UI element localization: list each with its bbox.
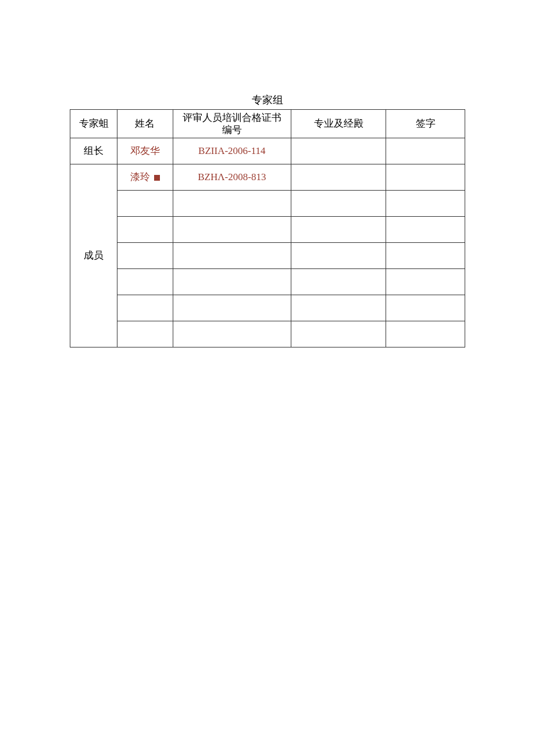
table-row [70,217,465,243]
table-row [70,269,465,295]
cell-sign [386,295,465,321]
cell-domain [291,295,386,321]
cell-sign [386,269,465,295]
cell-domain [291,191,386,217]
cell-cert [173,243,291,269]
cell-name [117,243,173,269]
header-role: 专家蛆 [70,110,117,138]
cell-sign [386,243,465,269]
cell-domain [291,269,386,295]
table-row [70,191,465,217]
table-row [70,295,465,321]
cell-domain [291,321,386,347]
role-member: 成员 [70,164,117,347]
cell-sign [386,321,465,347]
page: 专家组 专家蛆 姓名 评审人员培训合格证书 编号 专业及经殿 签字 组长 邓友华… [0,0,535,347]
expert-table: 专家蛆 姓名 评审人员培训合格证书 编号 专业及经殿 签字 组长 邓友华 BZI… [70,109,465,347]
header-sign: 签字 [386,110,465,138]
cell-cert: BZIIA-2006-114 [173,138,291,164]
cell-domain [291,164,386,191]
cell-name-text: 漆玲 [130,171,150,182]
table-row [70,243,465,269]
table-header-row: 专家蛆 姓名 评审人员培训合格证书 编号 专业及经殿 签字 [70,110,465,138]
cell-name [117,191,173,217]
header-name: 姓名 [117,110,173,138]
cell-cert [173,321,291,347]
cell-name: 邓友华 [117,138,173,164]
redacted-marker-icon [154,175,160,181]
cell-sign [386,138,465,164]
header-domain: 专业及经殿 [291,110,386,138]
cell-cert: BZHΛ-2008-813 [173,164,291,191]
header-cert: 评审人员培训合格证书 编号 [173,110,291,138]
cell-domain [291,217,386,243]
cell-cert [173,217,291,243]
cell-cert [173,269,291,295]
cell-name [117,269,173,295]
cell-name [117,321,173,347]
cell-cert [173,295,291,321]
cell-name: 漆玲 [117,164,173,191]
cell-name [117,295,173,321]
table-row: 组长 邓友华 BZIIA-2006-114 [70,138,465,164]
cell-cert [173,191,291,217]
page-title: 专家组 [70,93,465,107]
cell-sign [386,164,465,191]
cell-name [117,217,173,243]
cell-sign [386,191,465,217]
table-row [70,321,465,347]
cell-domain [291,243,386,269]
role-leader: 组长 [70,138,117,164]
table-row: 成员 漆玲 BZHΛ-2008-813 [70,164,465,191]
cell-domain [291,138,386,164]
cell-sign [386,217,465,243]
